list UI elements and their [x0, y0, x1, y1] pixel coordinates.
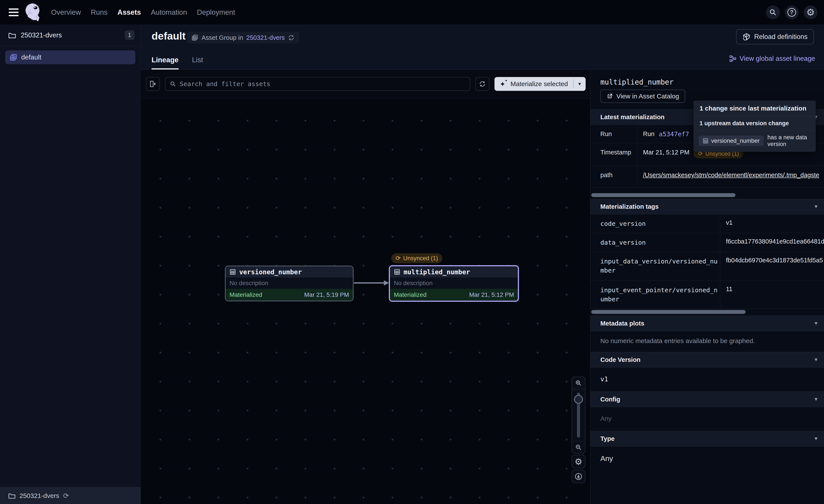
- chevron-down-icon: ▼: [814, 357, 821, 363]
- section-title: Metadata plots: [600, 320, 644, 327]
- unsynced-label: Unsynced (1): [403, 255, 438, 262]
- page-header: default Asset Group in 250321-dvers Relo…: [141, 24, 824, 70]
- sidebar-footer[interactable]: 250321-dvers ⟳: [0, 487, 140, 504]
- asset-group-location-link[interactable]: 250321-dvers: [246, 34, 285, 41]
- collapse-sidebar-button[interactable]: [146, 77, 160, 91]
- tab-list[interactable]: List: [192, 56, 203, 70]
- tag-value: f6ccba1776380941e9cd1ea66481d: [720, 233, 824, 252]
- nav-item-assets[interactable]: Assets: [118, 8, 141, 16]
- unsynced-badge[interactable]: ⟳ Unsynced (1): [391, 253, 442, 263]
- chevron-down-icon: ▼: [814, 396, 821, 402]
- nav-item-automation[interactable]: Automation: [151, 8, 187, 16]
- row-key: Timestamp: [590, 143, 637, 166]
- tag-key: code_version: [590, 214, 720, 233]
- popover-subtitle: 1 upstream data version change: [694, 116, 816, 130]
- download-icon: [575, 473, 583, 480]
- table-row: input_event_pointer/versioned_number 11: [590, 281, 824, 309]
- nav-items: Overview Runs Assets Automation Deployme…: [51, 8, 235, 16]
- view-global-asset-lineage-link[interactable]: View global asset lineage: [729, 55, 815, 62]
- metadata-plots-empty-message: No numeric metadata entries available to…: [590, 331, 824, 352]
- popover-detail-row: versioned_number has a new data version: [694, 130, 816, 152]
- nav-item-overview[interactable]: Overview: [51, 8, 81, 16]
- sidebar: 250321-dvers 1 default 250321-dvers ⟳: [0, 24, 141, 504]
- reload-location-icon[interactable]: ⟳: [63, 492, 69, 499]
- materialized-timestamp: Mar 21, 5:19 PM: [304, 291, 349, 298]
- view-tabs: Lineage List: [151, 56, 203, 70]
- materialize-selected-button[interactable]: ✦ ✦ Materialize selected ▼: [495, 77, 586, 91]
- gear-icon: ⚙: [575, 457, 583, 466]
- sidebar-item-default[interactable]: default: [5, 50, 135, 64]
- graph-canvas[interactable]: [141, 98, 590, 504]
- search-button[interactable]: [766, 5, 780, 19]
- reload-definitions-button[interactable]: Reload definitions: [736, 29, 814, 44]
- asset-node-multiplied-number[interactable]: multiplied_number No description Materia…: [389, 265, 519, 302]
- section-type[interactable]: Type ▼: [590, 431, 824, 447]
- horizontal-scrollbar[interactable]: [591, 193, 735, 197]
- refresh-icon: [479, 81, 486, 87]
- tag-value: v1: [720, 214, 824, 233]
- nav-item-deployment[interactable]: Deployment: [197, 8, 235, 16]
- tag-key: input_data_version/versioned_number: [590, 252, 720, 280]
- tab-lineage[interactable]: Lineage: [151, 56, 179, 70]
- config-value: Any: [590, 407, 824, 431]
- timestamp-value: Mar 21, 5:12 PM: [643, 149, 689, 156]
- table-row: code_version v1: [590, 214, 824, 233]
- sidebar-item-label: default: [21, 53, 41, 61]
- help-button[interactable]: ?: [785, 5, 799, 19]
- asset-detail-sections: Latest materialization ▼ Run Run a5347ef…: [590, 109, 824, 504]
- refresh-graph-button[interactable]: [476, 77, 489, 91]
- asset-pill-versioned-number[interactable]: versioned_number: [699, 136, 763, 146]
- asset-group-icon: [9, 53, 17, 61]
- section-metadata-plots[interactable]: Metadata plots ▼: [590, 316, 824, 331]
- table-icon: [394, 269, 400, 275]
- sparkle-icon: ✦ ✦: [500, 80, 507, 88]
- asset-node-description: No description: [390, 277, 518, 289]
- asset-detail-title: multiplied_number: [600, 78, 674, 86]
- search-input[interactable]: [180, 80, 466, 88]
- popover-message: has a new data version: [767, 134, 811, 147]
- zoom-controls: [572, 377, 586, 454]
- section-materialization-tags[interactable]: Materialization tags ▼: [590, 199, 824, 214]
- type-value: Any: [590, 447, 824, 470]
- download-graph-button[interactable]: [572, 470, 586, 483]
- section-title: Type: [600, 435, 615, 443]
- sidebar-footer-label: 250321-dvers: [19, 492, 59, 499]
- asset-node-versioned-number[interactable]: versioned_number No description Material…: [225, 266, 353, 301]
- zoom-in-button[interactable]: [572, 377, 585, 389]
- hamburger-menu-icon[interactable]: [9, 8, 19, 16]
- refresh-icon[interactable]: [288, 34, 294, 41]
- caret-down-icon: ▼: [578, 82, 582, 87]
- folder-icon: [8, 493, 16, 499]
- search-icon: [769, 8, 777, 16]
- settings-button[interactable]: ⚙: [804, 5, 818, 19]
- section-config[interactable]: Config ▼: [590, 391, 824, 407]
- dagster-logo-icon[interactable]: [24, 3, 42, 22]
- zoom-out-button[interactable]: [572, 441, 585, 453]
- section-code-version[interactable]: Code Version ▼: [590, 352, 824, 368]
- horizontal-scrollbar[interactable]: [591, 310, 746, 314]
- asset-group-badge[interactable]: Asset Group in 250321-dvers: [187, 32, 299, 43]
- path-link[interactable]: /Users/smackesey/stm/code/elementl/exper…: [643, 171, 819, 179]
- popover-title: 1 change since last materialization: [694, 101, 816, 116]
- top-nav: Overview Runs Assets Automation Deployme…: [0, 0, 824, 24]
- asset-search-box: [165, 77, 470, 91]
- view-in-asset-catalog-label: View in Asset Catalog: [616, 93, 679, 100]
- materialize-dropdown-button[interactable]: ▼: [574, 77, 586, 91]
- nav-item-runs[interactable]: Runs: [91, 8, 108, 16]
- zoom-in-icon: [575, 380, 582, 387]
- graph-settings-button[interactable]: ⚙: [572, 455, 586, 468]
- table-row: data_version f6ccba1776380941e9cd1ea6648…: [590, 233, 824, 252]
- sidebar-group-row[interactable]: 250321-dvers 1: [0, 24, 140, 46]
- help-icon: ?: [788, 8, 796, 17]
- asset-group-badge-text: Asset Group in: [202, 34, 243, 41]
- run-id-link[interactable]: a5347ef7: [659, 130, 689, 138]
- materialized-timestamp: Mar 21, 5:12 PM: [469, 291, 514, 298]
- zoom-slider-thumb[interactable]: [574, 395, 583, 404]
- zoom-slider[interactable]: [572, 389, 585, 441]
- materialized-status: Materialized: [394, 291, 426, 298]
- asset-node-description: No description: [226, 277, 353, 289]
- tag-key: input_event_pointer/versioned_number: [590, 281, 720, 308]
- external-link-icon: [606, 93, 613, 100]
- view-in-asset-catalog-button[interactable]: View in Asset Catalog: [600, 90, 685, 103]
- row-key: Run: [590, 125, 637, 143]
